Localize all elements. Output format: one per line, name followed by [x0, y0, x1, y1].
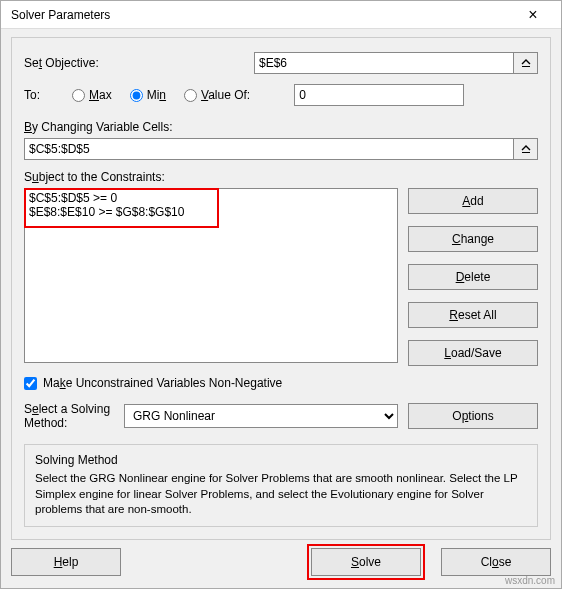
set-objective-label: Set Objective: — [24, 56, 254, 70]
unconstrained-checkbox[interactable] — [24, 377, 37, 390]
radio-max-input[interactable] — [72, 89, 85, 102]
select-method-label: Select a Solving Method: — [24, 402, 114, 430]
close-icon[interactable]: × — [513, 7, 553, 23]
solve-button[interactable]: Solve — [311, 548, 421, 576]
set-objective-input[interactable] — [254, 52, 514, 74]
unconstrained-checkbox-row[interactable]: Make Unconstrained Variables Non-Negativ… — [24, 376, 538, 390]
add-button[interactable]: Add — [408, 188, 538, 214]
load-save-button[interactable]: Load/Save — [408, 340, 538, 366]
dialog-title: Solver Parameters — [11, 8, 110, 22]
changing-cells-input[interactable] — [24, 138, 514, 160]
main-group: Set Objective: To: Max Min — [11, 37, 551, 540]
info-text: Select the GRG Nonlinear engine for Solv… — [35, 471, 527, 518]
change-button[interactable]: Change — [408, 226, 538, 252]
radio-min[interactable]: Min — [130, 88, 166, 102]
constraints-label: Subject to the Constraints: — [24, 170, 538, 184]
svg-rect-0 — [522, 66, 530, 67]
solver-parameters-dialog: Solver Parameters × Set Objective: To: — [0, 0, 562, 589]
watermark: wsxdn.com — [505, 575, 555, 586]
collapse-icon — [521, 144, 531, 154]
valueof-input[interactable] — [294, 84, 464, 106]
radio-max-label: Max — [89, 88, 112, 102]
svg-rect-1 — [522, 152, 530, 153]
info-header: Solving Method — [35, 453, 527, 467]
close-button[interactable]: Close — [441, 548, 551, 576]
constraints-list[interactable]: $C$5:$D$5 >= 0 $E$8:$E$10 >= $G$8:$G$10 — [24, 188, 398, 363]
radio-valueof-input[interactable] — [184, 89, 197, 102]
radio-valueof[interactable]: Value Of: — [184, 88, 250, 102]
objective-ref-button[interactable] — [514, 52, 538, 74]
to-label: To: — [24, 88, 54, 102]
solving-method-info: Solving Method Select the GRG Nonlinear … — [24, 444, 538, 527]
delete-button[interactable]: Delete — [408, 264, 538, 290]
solving-method-select[interactable]: GRG Nonlinear — [124, 404, 398, 428]
radio-min-label: Min — [147, 88, 166, 102]
changing-ref-button[interactable] — [514, 138, 538, 160]
collapse-icon — [521, 58, 531, 68]
reset-all-button[interactable]: Reset All — [408, 302, 538, 328]
unconstrained-label: Make Unconstrained Variables Non-Negativ… — [43, 376, 282, 390]
help-button[interactable]: Help — [11, 548, 121, 576]
options-button[interactable]: Options — [408, 403, 538, 429]
titlebar: Solver Parameters × — [1, 1, 561, 29]
radio-min-input[interactable] — [130, 89, 143, 102]
radio-max[interactable]: Max — [72, 88, 112, 102]
dialog-footer: Help Solve Close — [11, 548, 551, 576]
changing-cells-label: By Changing Variable Cells: — [24, 120, 538, 134]
radio-valueof-label: Value Of: — [201, 88, 250, 102]
